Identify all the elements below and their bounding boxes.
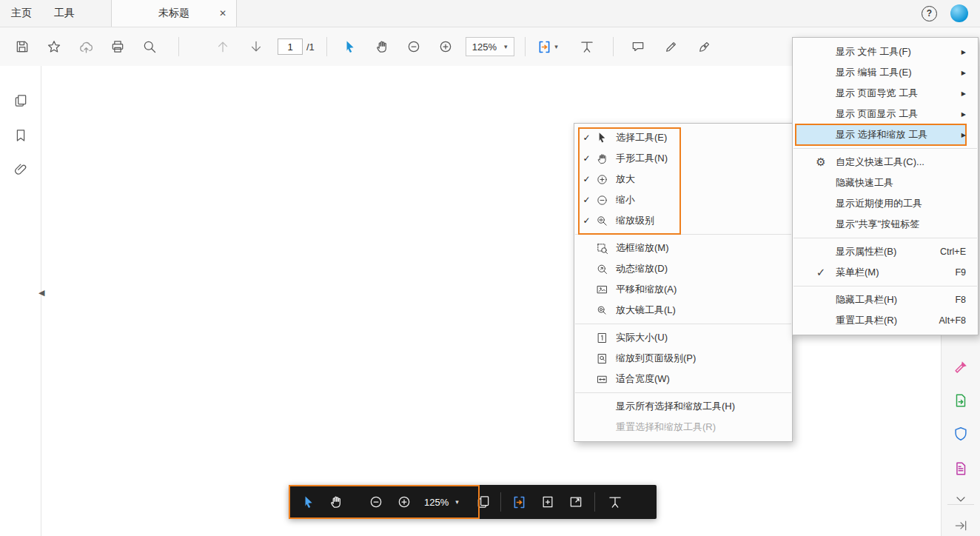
menu-separator xyxy=(575,324,791,324)
zoom-in-button[interactable] xyxy=(432,33,460,60)
menu-item-label: 显示"共享"按钮标签 xyxy=(836,218,919,231)
presenter-icon xyxy=(608,495,622,509)
cursor-icon xyxy=(343,40,357,54)
scrolling-mode-button[interactable] xyxy=(506,488,534,516)
menu-item-reset-toolbars[interactable]: 重置工具栏(R) Alt+F8 xyxy=(793,310,978,331)
zoom-out-button[interactable] xyxy=(362,488,390,516)
tab-home[interactable]: 主页 xyxy=(0,0,43,27)
menu-item-label: 自定义快速工具(C)... xyxy=(836,155,924,169)
fullscreen-icon xyxy=(568,495,583,509)
comment-tool-button[interactable] xyxy=(624,33,652,60)
collapse-left-panel-arrow[interactable]: ◀ xyxy=(38,288,44,298)
star-icon xyxy=(47,39,61,54)
select-tool-button[interactable] xyxy=(294,488,322,516)
page-display-quick-tool-button[interactable]: ▾ xyxy=(530,33,565,60)
cloud-upload-button[interactable] xyxy=(72,33,100,60)
menu-item-label: 显示 选择和缩放 工具 xyxy=(836,128,927,141)
hand-icon xyxy=(375,39,389,54)
dynamic-zoom-icon xyxy=(593,263,611,275)
gear-icon: ⚙ xyxy=(812,155,830,169)
select-tool-button[interactable] xyxy=(336,33,364,60)
menu-item-show-all-zoom-tools[interactable]: 显示所有选择和缩放工具(H) xyxy=(574,396,792,417)
menu-item-show-page-nav-tools[interactable]: 显示 页面导览 工具 ▶ xyxy=(793,83,978,104)
toolbar-separator xyxy=(178,37,179,56)
bar-separator xyxy=(500,492,501,512)
close-tab-icon[interactable]: ✕ xyxy=(219,9,226,18)
highlight-tool-button[interactable] xyxy=(657,33,685,60)
menu-item-show-page-display-tools[interactable]: 显示 页面显示 工具 ▶ xyxy=(793,104,978,124)
bookmarks-button[interactable] xyxy=(7,122,34,149)
menu-item-zoom-in[interactable]: ✓ 放大 xyxy=(574,169,792,190)
attachments-button[interactable] xyxy=(7,156,34,183)
zoom-level-dropdown[interactable]: 125% ▾ xyxy=(466,37,514,56)
menu-item-hide-toolbars[interactable]: 隐藏工具栏(H) F8 xyxy=(793,289,978,310)
menu-item-hand-tool[interactable]: ✓ 手形工具(N) xyxy=(574,148,792,169)
menu-item-menu-bar[interactable]: ✓ 菜单栏(M) F9 xyxy=(793,262,978,283)
menu-item-label: 实际大小(U) xyxy=(616,331,668,344)
check-icon: ✓ xyxy=(580,195,593,205)
zoom-level-value: 125% xyxy=(424,497,449,508)
tab-document[interactable]: 未标题 ✕ xyxy=(111,0,237,27)
menu-item-loupe-tool[interactable]: 放大镜工具(L) xyxy=(574,300,792,321)
hand-tool-button[interactable] xyxy=(322,488,350,516)
menu-item-label: 缩放到页面级别(P) xyxy=(616,352,696,365)
hand-icon xyxy=(593,153,611,165)
page-thumbnails-button[interactable] xyxy=(469,488,497,516)
next-page-button[interactable] xyxy=(242,33,270,60)
menu-item-show-recent-tools[interactable]: 显示近期使用的工具 xyxy=(793,193,978,214)
more-tools-button[interactable] xyxy=(947,486,974,512)
search-button[interactable] xyxy=(135,33,164,60)
menu-separator xyxy=(575,234,791,235)
menu-item-label: 选择工具(E) xyxy=(616,131,667,144)
page-thumbnails-button[interactable] xyxy=(7,87,34,114)
hand-tool-button[interactable] xyxy=(368,33,396,60)
toolbar-separator xyxy=(326,37,327,56)
menu-separator xyxy=(793,148,977,149)
fullscreen-button[interactable] xyxy=(562,488,590,516)
zoom-level-dropdown[interactable]: 125% ▾ xyxy=(424,497,459,508)
cursor-icon xyxy=(301,495,315,509)
page-number-input[interactable] xyxy=(278,38,303,55)
zoom-in-button[interactable] xyxy=(390,488,418,516)
menu-item-select-tool[interactable]: ✓ 选择工具(E) xyxy=(574,127,792,148)
open-tools-pane-button[interactable] xyxy=(947,512,974,536)
menu-item-zoom-level[interactable]: ✓ 缩放级别 xyxy=(574,210,792,231)
previous-page-button[interactable] xyxy=(209,33,237,60)
print-icon xyxy=(110,39,125,54)
fit-page-button[interactable] xyxy=(534,488,562,516)
save-icon xyxy=(15,39,30,54)
menu-item-customize-quick-tools[interactable]: ⚙ 自定义快速工具(C)... xyxy=(793,152,978,172)
left-panel-rail xyxy=(0,66,41,536)
fill-sign-panel-button[interactable] xyxy=(947,354,974,381)
reading-mode-quick-tool-button[interactable] xyxy=(573,33,601,60)
menu-item-zoom-out[interactable]: ✓ 缩小 xyxy=(574,190,792,210)
menu-item-zoom-to-page-level[interactable]: 缩放到页面级别(P) xyxy=(574,348,792,369)
menu-item-fit-width[interactable]: 适合宽度(W) xyxy=(574,369,792,389)
save-button[interactable] xyxy=(8,33,36,60)
protect-panel-button[interactable] xyxy=(947,421,974,447)
print-button[interactable] xyxy=(104,33,132,60)
menu-item-show-edit-tools[interactable]: 显示 编辑 工具(E) ▶ xyxy=(793,62,978,83)
chevron-down-icon: ▾ xyxy=(554,43,558,50)
menu-item-dynamic-zoom[interactable]: 动态缩放(D) xyxy=(574,258,792,279)
menu-item-show-select-zoom-tools[interactable]: 显示 选择和缩放 工具 ▶ xyxy=(793,124,978,145)
presentation-mode-button[interactable] xyxy=(601,488,629,516)
fill-sign-tool-button[interactable] xyxy=(691,33,719,60)
menu-item-show-file-tools[interactable]: 显示 文件 工具(F) ▶ xyxy=(793,41,978,62)
zoom-in-icon xyxy=(397,495,412,509)
avatar[interactable] xyxy=(950,4,968,22)
menu-separator xyxy=(793,286,977,287)
help-icon[interactable]: ? xyxy=(922,6,937,21)
scan-ocr-panel-button[interactable] xyxy=(947,455,974,482)
tab-tools[interactable]: 工具 xyxy=(43,0,86,27)
menu-item-actual-size[interactable]: 实际大小(U) xyxy=(574,327,792,348)
export-pdf-panel-button[interactable] xyxy=(947,387,974,414)
menu-item-marquee-zoom[interactable]: 选框缩放(M) xyxy=(574,238,792,258)
zoom-out-button[interactable] xyxy=(400,33,428,60)
menu-item-hide-quick-tools[interactable]: 隐藏快速工具 xyxy=(793,172,978,193)
menu-item-show-share-button-label[interactable]: 显示"共享"按钮标签 xyxy=(793,214,978,235)
menu-item-show-properties-bar[interactable]: 显示属性栏(B) Ctrl+E xyxy=(793,241,978,262)
chevron-down-icon: ▾ xyxy=(504,43,508,50)
menu-item-pan-zoom[interactable]: 平移和缩放(A) xyxy=(574,279,792,300)
star-button[interactable] xyxy=(40,33,68,60)
